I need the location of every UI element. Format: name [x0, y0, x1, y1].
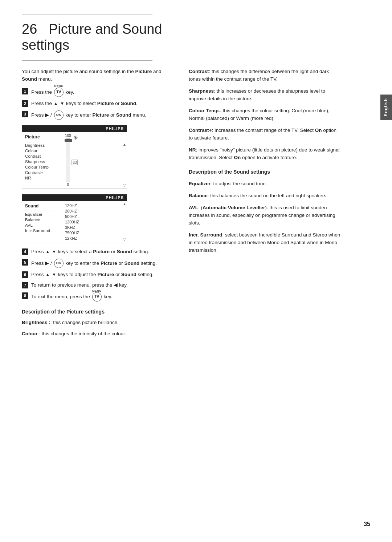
bold-picture-3: Picture	[93, 112, 109, 118]
scroll-indicator-sound: ▲ ▽	[123, 202, 126, 241]
arrow-up-4: ▲	[45, 249, 50, 254]
slider-handle-top	[65, 139, 72, 142]
picture-category: Picture	[25, 134, 59, 141]
menu-item-colour: Colour	[25, 148, 59, 153]
sound-category: Sound	[25, 203, 59, 210]
sound-menu-box: PHILIPS Sound Equalizer Balance AVL Incr…	[22, 194, 127, 243]
sound-menu-row: Sound Equalizer Balance AVL Incr.Surroun…	[22, 201, 127, 243]
desc-picture-section: Description of the Picture settings Brig…	[22, 308, 174, 338]
steps-1-3: 1 Press the MENU TV key.	[22, 88, 174, 120]
menu-item-contrast: Contrast	[25, 153, 59, 159]
contrastplus-desc: Contrast+: Increases the contrast range …	[189, 127, 341, 142]
heading-rule	[22, 60, 152, 61]
step-4: 4 Press ▲ ▼ keys to select a Picture or …	[22, 248, 174, 256]
tv-key-8: MENU TV	[92, 292, 102, 302]
bold-picture-5: Picture	[101, 260, 117, 266]
avl-desc: AVL: (Automatic Volume Leveller): this i…	[189, 204, 341, 227]
menu-key-wrapper-8: MENU TV	[91, 292, 102, 302]
brightness-desc: Brightness :: this changes picture brill…	[22, 319, 174, 327]
eq-item-3khz: 3KHZ	[65, 225, 124, 230]
bold-picture-4: Picture	[93, 249, 110, 254]
arrow-down-4: ▼	[52, 249, 56, 254]
slider-bottom-value: 0	[67, 183, 69, 187]
eq-item-7500hz: 7500HZ	[65, 230, 124, 235]
tv-key-1: MENU TV	[54, 88, 64, 97]
step-5: 5 Press ▶ / OK key to enter the Picture …	[22, 259, 174, 268]
balance-label: Balance	[189, 193, 208, 198]
menu-item-avl: AVL	[25, 222, 59, 228]
nr-desc: NR: improves "noisy" picture (little dot…	[189, 146, 341, 162]
scroll-up-picture: ▲	[123, 143, 126, 146]
sound-eq-area: ▲ ▽ 120HZ 200HZ 500HZ 1200HZ 3KHZ 7500HZ…	[62, 201, 127, 243]
eq-item-500hz: 500HZ	[65, 214, 124, 219]
menu-item-brightness: Brightness	[25, 142, 59, 148]
menu-item-incrsurround: Incr.Surround	[25, 228, 59, 233]
step-num-2: 2	[22, 100, 28, 107]
arrow-down-2: ▼	[60, 101, 64, 106]
page-container: English 26 Picture and Sound settings Yo…	[0, 0, 392, 542]
scroll-down-sound: ▽	[123, 238, 126, 241]
eq-item-1200hz: 1200HZ	[65, 219, 124, 225]
avl-full-label: Automatic Volume Leveller	[203, 205, 265, 210]
colourtemp-label: Colour Temp.	[189, 108, 220, 113]
colour-desc: Colour : this changes the intensity of t…	[22, 330, 174, 338]
avl-label: AVL	[189, 205, 198, 210]
step-num-1: 1	[22, 88, 28, 94]
contrast-label: Contrast	[189, 69, 209, 74]
bold-picture-6: Picture	[97, 272, 114, 277]
step-num-8: 8	[22, 292, 28, 299]
scroll-indicator-picture: ▲ ▽	[123, 143, 126, 187]
top-rule	[22, 15, 152, 15]
contrast-desc: Contrast: this changes the difference be…	[189, 68, 341, 83]
ok-key-5: OK	[54, 259, 64, 268]
steps-4-8: 4 Press ▲ ▼ keys to select a Picture or …	[22, 248, 174, 302]
step-7-text: To return to previous menu, press the ◀ …	[31, 282, 128, 289]
main-content: 26 Picture and Sound settings You can ad…	[0, 0, 359, 542]
step-num-3: 3	[22, 111, 28, 117]
intro-paragraph: You can adjust the picture and sound set…	[22, 68, 174, 83]
menu-item-balance: Balance	[25, 217, 59, 222]
step-3: 3 Press ▶ / OK key to enter Picture or S…	[22, 110, 174, 120]
contrastplus-label: Contrast+	[189, 128, 212, 133]
step-1: 1 Press the MENU TV key.	[22, 88, 174, 97]
colour-label: Colour	[22, 331, 38, 336]
chapter-heading: 26 Picture and Sound settings	[22, 21, 341, 53]
arrow-down-6: ▼	[52, 272, 56, 277]
right-column: Contrast: this changes the difference be…	[189, 68, 341, 341]
menu-key-wrapper: MENU TV	[53, 88, 64, 97]
step-4-text: Press ▲ ▼ keys to select a Picture or So…	[31, 248, 149, 256]
slider-col: 100 63 0	[65, 134, 71, 187]
step-2-text: Press the ▲ ▼ keys to select Picture or …	[31, 100, 138, 108]
step-7: 7 To return to previous menu, press the …	[22, 282, 174, 289]
menu-item-contrastplus: Contrast+	[25, 170, 59, 175]
slider-track: 63	[66, 138, 70, 182]
sharpness-label: Sharpness	[189, 88, 214, 94]
step-num-5: 5	[22, 259, 28, 266]
sound-menu-brand: PHILIPS	[22, 194, 127, 201]
step-6: 6 Press ▲ ▼ keys to adjust the Picture o…	[22, 271, 174, 279]
step-5-text: Press ▶ / OK key to enter the Picture or…	[31, 259, 157, 268]
slider-mid-value: 63	[72, 160, 78, 165]
step-2: 2 Press the ▲ ▼ keys to select Picture o…	[22, 100, 174, 108]
picture-slider-area: 100 63 0 ✳ ▲	[62, 132, 127, 189]
bold-sound-5: Sound	[124, 260, 139, 266]
incrsurround-desc: Incr. Surround: select between Incredibl…	[189, 231, 341, 254]
on-bold-1: On	[315, 128, 322, 133]
language-tab: English	[380, 94, 392, 120]
ok-key-3: OK	[54, 110, 64, 120]
incrsurround-label: Incr. Surround	[189, 232, 222, 238]
picture-menu-brand: PHILIPS	[22, 125, 127, 132]
step-num-6: 6	[22, 271, 28, 278]
page-number: 35	[364, 521, 370, 527]
on-bold-2: On	[234, 155, 241, 160]
slider-wrapper: 100 63 0 ✳	[65, 134, 124, 187]
step-num-4: 4	[22, 248, 28, 255]
step-3-text: Press ▶ / OK key to enter Picture or Sou…	[31, 110, 146, 120]
equalizer-desc: Equalizer: to adjust the sound tone.	[189, 180, 341, 188]
desc-sound-section: Description of the Sound settings Equali…	[189, 168, 341, 254]
step-8-text: To exit the menu, press the MENU TV key.	[31, 292, 112, 302]
step-1-text: Press the MENU TV key.	[31, 88, 74, 97]
step-num-7: 7	[22, 282, 28, 288]
eq-item-200hz: 200HZ	[65, 208, 124, 214]
sound-menu-left: Sound Equalizer Balance AVL Incr.Surroun…	[22, 201, 62, 243]
